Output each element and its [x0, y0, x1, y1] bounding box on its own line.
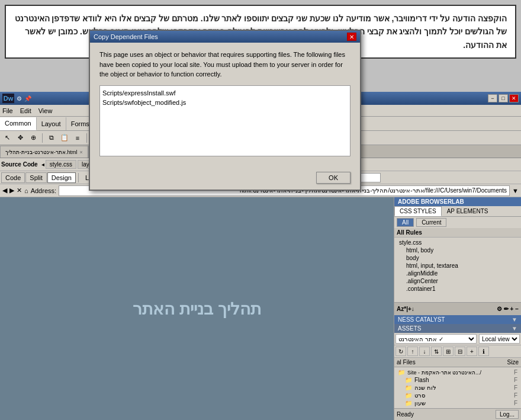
modal-title-bar: Copy Dependent Files ✕: [90, 31, 360, 43]
modal-footer: OK: [90, 169, 360, 190]
modal-overlay: Copy Dependent Files ✕ This page uses an…: [0, 0, 521, 420]
copy-dependent-files-modal: Copy Dependent Files ✕ This page uses an…: [89, 30, 361, 191]
modal-message: This page uses an object or behavior tha…: [99, 50, 350, 79]
modal-close-button[interactable]: ✕: [347, 33, 356, 41]
modal-file-0: Scripts/expressInstall.swf: [102, 88, 348, 98]
modal-title: Copy Dependent Files: [94, 33, 158, 40]
modal-file-1: Scripts/swfobject_modified.js: [102, 98, 348, 107]
ok-button[interactable]: OK: [316, 172, 350, 184]
modal-file-list: Scripts/expressInstall.swf Scripts/swfob…: [99, 85, 350, 156]
modal-body: This page uses an object or behavior tha…: [90, 43, 360, 169]
